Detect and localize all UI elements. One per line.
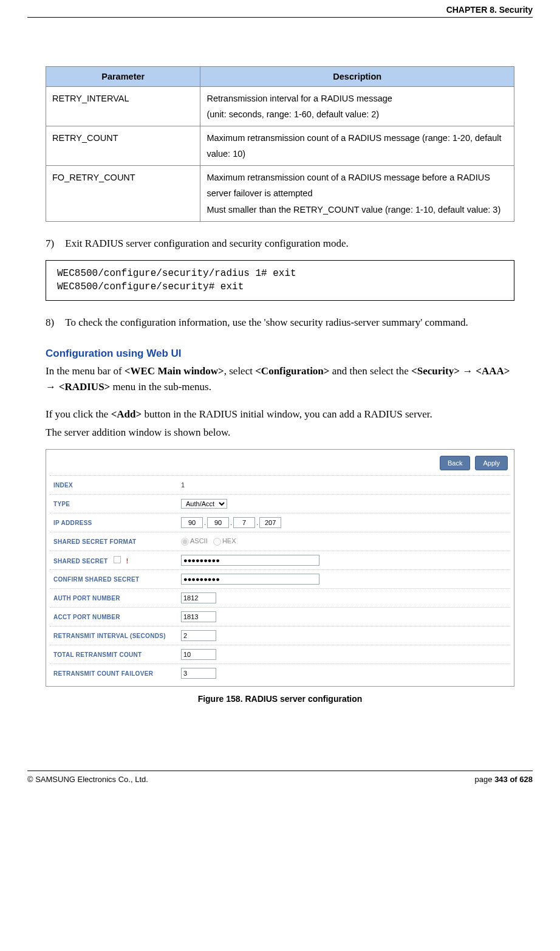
bold: <Security> <box>411 365 460 377</box>
checkbox-icon <box>114 556 121 563</box>
footer-copyright: © SAMSUNG Electronics Co., Ltd. <box>27 775 148 784</box>
field-auth-port: AUTH PORT NUMBER <box>50 588 510 607</box>
radio-ascii[interactable] <box>181 538 189 546</box>
bold: <Configuration> <box>255 365 329 377</box>
field-ip-address: IP ADDRESS ... <box>50 513 510 532</box>
text: In the menu bar of <box>46 365 125 377</box>
field-label: IP ADDRESS <box>53 520 181 526</box>
radio-label: HEX <box>222 537 236 544</box>
field-value: 1 <box>181 481 185 489</box>
ip-octet-1[interactable] <box>181 517 203 528</box>
ip-octet-3[interactable] <box>233 517 255 528</box>
parameter-table: Parameter Description RETRY_INTERVAL Ret… <box>46 66 514 222</box>
acct-port-input[interactable] <box>181 611 216 622</box>
shared-secret-input[interactable] <box>181 555 319 566</box>
field-label: RETRANSMIT INTERVAL (SECONDS) <box>53 633 181 639</box>
retransmit-interval-input[interactable] <box>181 630 216 641</box>
type-select[interactable]: Auth/Acct <box>181 499 227 509</box>
bold: <RADIUS> <box>59 381 111 393</box>
label-text: SHARED SECRET <box>53 558 108 565</box>
cell-desc: Maximum retransmission count of a RADIUS… <box>200 126 514 166</box>
confirm-shared-secret-input[interactable] <box>181 574 319 585</box>
arrow-icon: → <box>460 365 476 377</box>
cell-param: RETRY_INTERVAL <box>46 87 200 126</box>
figure-caption: Figure 158. RADIUS server configuration <box>46 694 514 704</box>
total-retransmit-input[interactable] <box>181 649 216 660</box>
field-label: CONFIRM SHARED SECRET <box>53 576 181 583</box>
field-label: AUTH PORT NUMBER <box>53 595 181 602</box>
field-index: INDEX 1 <box>50 475 510 494</box>
field-retransmit-count-failover: RETRANSMIT COUNT FAILOVER <box>50 664 510 682</box>
text: page <box>475 775 495 784</box>
field-label: TYPE <box>53 501 181 507</box>
apply-button[interactable]: Apply <box>475 456 508 470</box>
text: , select <box>224 365 255 377</box>
table-row: RETRY_COUNT Maximum retransmission count… <box>46 126 514 166</box>
table-row: FO_RETRY_COUNT Maximum retransmission co… <box>46 166 514 221</box>
field-total-retransmit-count: TOTAL RETRANSMIT COUNT <box>50 645 510 664</box>
field-label: ACCT PORT NUMBER <box>53 614 181 620</box>
field-type: TYPE Auth/Acct <box>50 494 510 513</box>
arrow-icon: → <box>46 381 59 393</box>
th-description: Description <box>200 67 514 87</box>
th-parameter: Parameter <box>46 67 200 87</box>
embedded-screenshot: Back Apply INDEX 1 TYPE Auth/Acct IP ADD… <box>46 449 514 687</box>
field-shared-secret: SHARED SECRET ! <box>50 551 510 569</box>
radio-label: ASCII <box>190 537 208 544</box>
cell-desc: Retransmission interval for a RADIUS mes… <box>200 87 514 126</box>
page-footer: © SAMSUNG Electronics Co., Ltd. page 343… <box>27 771 533 789</box>
field-retransmit-interval: RETRANSMIT INTERVAL (SECONDS) <box>50 626 510 645</box>
retransmit-failover-input[interactable] <box>181 668 216 679</box>
step-7: 7) Exit RADIUS server configuration and … <box>46 235 514 252</box>
field-label: INDEX <box>53 482 181 489</box>
ip-octet-4[interactable] <box>259 517 281 528</box>
table-row: RETRY_INTERVAL Retransmission interval f… <box>46 87 514 126</box>
text: menu in the sub-menus. <box>110 381 211 393</box>
bold: <WEC Main window> <box>125 365 224 377</box>
screenshot-toolbar: Back Apply <box>50 453 510 475</box>
text: and then select the <box>330 365 412 377</box>
step-number: 8) <box>46 314 63 331</box>
radio-hex[interactable] <box>213 538 221 546</box>
section-paragraph-3: The server addition window is shown belo… <box>46 425 514 441</box>
step-number: 7) <box>46 235 63 252</box>
back-button[interactable]: Back <box>440 456 470 470</box>
field-acct-port: ACCT PORT NUMBER <box>50 607 510 626</box>
field-label: RETRANSMIT COUNT FAILOVER <box>53 670 181 677</box>
bold: <AAA> <box>476 365 510 377</box>
field-confirm-shared-secret: CONFIRM SHARED SECRET <box>50 569 510 588</box>
text: button in the RADIUS initial window, you… <box>142 408 432 420</box>
page-num: 343 of 628 <box>494 775 533 784</box>
required-icon: ! <box>126 558 129 565</box>
section-heading: Configuration using Web UI <box>46 348 514 360</box>
auth-port-input[interactable] <box>181 592 216 603</box>
field-label: TOTAL RETRANSMIT COUNT <box>53 651 181 658</box>
field-label: SHARED SECRET FORMAT <box>53 538 181 545</box>
code-block: WEC8500/configure/security/radius 1# exi… <box>46 260 514 301</box>
section-paragraph-1: In the menu bar of <WEC Main window>, se… <box>46 363 514 396</box>
cell-desc: Maximum retransmission count of a RADIUS… <box>200 166 514 221</box>
step-text: To check the configuration information, … <box>65 314 513 331</box>
text: If you click the <box>46 408 111 420</box>
page-header: CHAPTER 8. Security <box>27 0 533 18</box>
step-text: Exit RADIUS server configuration and sec… <box>65 235 513 252</box>
section-paragraph-2: If you click the <Add> button in the RAD… <box>46 407 514 422</box>
footer-page-number: page 343 of 628 <box>475 775 533 784</box>
cell-param: RETRY_COUNT <box>46 126 200 166</box>
field-label: SHARED SECRET ! <box>53 556 181 565</box>
ip-octet-2[interactable] <box>207 517 229 528</box>
field-shared-secret-format: SHARED SECRET FORMAT ASCII HEX <box>50 532 510 551</box>
cell-param: FO_RETRY_COUNT <box>46 166 200 221</box>
bold: <Add> <box>111 408 142 420</box>
step-8: 8) To check the configuration informatio… <box>46 314 514 331</box>
